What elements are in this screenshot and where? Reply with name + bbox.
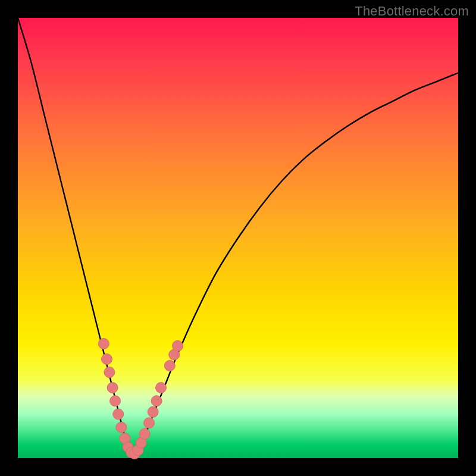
- marker-dot: [113, 409, 124, 419]
- marker-dot: [148, 406, 158, 417]
- marker-dot: [173, 340, 183, 351]
- marker-dot: [139, 428, 150, 439]
- marker-dot: [156, 383, 167, 393]
- chart-frame: TheBottleneck.com: [0, 0, 476, 476]
- marker-dot: [104, 367, 115, 378]
- marker-dot: [101, 354, 112, 365]
- bottleneck-curve: [18, 18, 458, 458]
- watermark-text: TheBottleneck.com: [355, 4, 469, 19]
- marker-dot: [151, 396, 162, 406]
- marker-dot: [107, 383, 118, 393]
- highlighted-points: [98, 339, 183, 459]
- marker-dot: [164, 361, 175, 371]
- chart-svg: [18, 18, 458, 458]
- marker-dot: [144, 418, 155, 428]
- curve-path: [18, 18, 458, 458]
- marker-dot: [98, 339, 109, 349]
- marker-dot: [116, 422, 127, 433]
- marker-dot: [110, 396, 121, 406]
